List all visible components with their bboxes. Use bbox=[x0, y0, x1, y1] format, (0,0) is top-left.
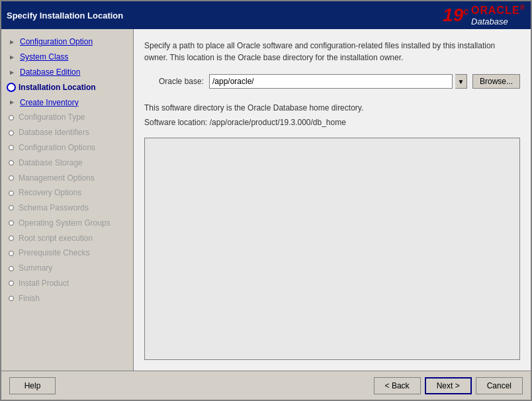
oracle-base-row: Oracle base: ▼ Browse... bbox=[144, 74, 520, 89]
step-icon-system-class: ▶ bbox=[7, 52, 17, 63]
step-icon-install-product bbox=[9, 281, 14, 286]
sidebar-item-install-product: Install Product bbox=[1, 276, 133, 291]
sidebar-item-label-configuration-type: Configuration Type bbox=[19, 112, 85, 123]
sidebar-item-create-inventory[interactable]: ▶Create Inventory bbox=[1, 95, 133, 111]
sidebar-item-configuration-option[interactable]: ▶Configuration Option bbox=[1, 34, 133, 50]
sidebar-item-recovery-options: Recovery Options bbox=[1, 185, 133, 200]
sidebar-item-label-management-options: Management Options bbox=[19, 173, 95, 184]
sidebar-item-database-identifiers: Database Identifiers bbox=[1, 125, 133, 140]
sidebar-item-label-configuration-option[interactable]: Configuration Option bbox=[20, 36, 93, 48]
sidebar-item-prerequisite-checks: Prerequisite Checks bbox=[1, 245, 133, 261]
sidebar-item-management-options: Management Options bbox=[1, 171, 133, 186]
oracle-text: ORACLE® Database bbox=[471, 4, 525, 26]
sidebar-item-label-system-class[interactable]: System Class bbox=[20, 52, 68, 63]
bottom-right-buttons: < Back Next > Cancel bbox=[374, 377, 523, 394]
step-icon-recovery-options bbox=[9, 191, 14, 196]
sidebar: ▶Configuration Option▶System Class▶Datab… bbox=[1, 29, 134, 371]
main-content: ▶Configuration Option▶System Class▶Datab… bbox=[1, 29, 531, 371]
step-icon-root-script-execution bbox=[9, 236, 14, 241]
step-icon-database-edition: ▶ bbox=[7, 67, 17, 77]
step-icon-configuration-options bbox=[9, 145, 14, 150]
sidebar-item-label-database-edition[interactable]: Database Edition bbox=[20, 67, 80, 78]
sidebar-item-system-class[interactable]: ▶System Class bbox=[1, 50, 133, 65]
sidebar-item-operating-system-groups: Operating System Groups bbox=[1, 216, 133, 231]
sidebar-item-summary: Summary bbox=[1, 261, 133, 276]
sidebar-item-database-edition[interactable]: ▶Database Edition bbox=[1, 65, 133, 80]
oracle-base-dropdown[interactable]: ▼ bbox=[455, 74, 467, 89]
oracle-logo: 19c ORACLE® Database bbox=[443, 4, 525, 26]
step-icon-finish bbox=[9, 296, 14, 301]
oracle-base-input[interactable] bbox=[209, 74, 453, 89]
title-bar: Specify Installation Location 19c ORACLE… bbox=[1, 1, 531, 29]
sidebar-item-schema-passwords: Schema Passwords bbox=[1, 200, 133, 216]
info-line1: This software directory is the Oracle Da… bbox=[144, 102, 520, 114]
oracle-product: Database bbox=[471, 17, 508, 26]
sidebar-item-label-schema-passwords: Schema Passwords bbox=[19, 202, 89, 214]
browse-button[interactable]: Browse... bbox=[472, 74, 520, 89]
sidebar-item-installation-location[interactable]: Installation Location bbox=[1, 80, 133, 95]
oracle-brand: ORACLE® bbox=[471, 4, 525, 17]
right-panel: Specify a path to place all Oracle softw… bbox=[134, 29, 531, 371]
step-icon-configuration-type bbox=[9, 115, 14, 120]
sidebar-item-label-finish: Finish bbox=[19, 293, 40, 304]
step-icon-schema-passwords bbox=[9, 205, 14, 210]
sidebar-item-label-summary: Summary bbox=[19, 263, 52, 274]
sidebar-item-label-root-script-execution: Root script execution bbox=[19, 233, 93, 244]
panel-description: Specify a path to place all Oracle softw… bbox=[144, 40, 520, 64]
step-icon-installation-location bbox=[7, 83, 16, 92]
sidebar-item-label-prerequisite-checks: Prerequisite Checks bbox=[19, 247, 89, 259]
cancel-button[interactable]: Cancel bbox=[476, 377, 523, 394]
window-title: Specify Installation Location bbox=[7, 11, 123, 21]
software-location: Software location: /app/oracle/product/1… bbox=[144, 118, 520, 127]
back-button[interactable]: < Back bbox=[374, 377, 421, 394]
step-icon-operating-system-groups bbox=[9, 220, 14, 226]
oracle-base-input-wrapper: ▼ bbox=[209, 74, 467, 89]
step-icon-prerequisite-checks bbox=[9, 251, 14, 256]
sidebar-item-label-recovery-options: Recovery Options bbox=[19, 187, 81, 199]
sidebar-item-database-storage: Database Storage bbox=[1, 156, 133, 171]
step-icon-database-identifiers bbox=[9, 130, 14, 136]
help-button[interactable]: Help bbox=[9, 377, 56, 394]
sidebar-item-label-operating-system-groups: Operating System Groups bbox=[19, 218, 111, 229]
preview-box bbox=[144, 138, 520, 360]
step-icon-create-inventory: ▶ bbox=[7, 97, 17, 108]
sidebar-item-label-database-identifiers: Database Identifiers bbox=[19, 127, 89, 138]
sidebar-item-configuration-options: Configuration Options bbox=[1, 140, 133, 156]
step-icon-summary bbox=[9, 266, 14, 271]
bottom-left-buttons: Help bbox=[9, 377, 56, 394]
sidebar-item-label-install-product: Install Product bbox=[19, 278, 69, 289]
sidebar-item-label-installation-location[interactable]: Installation Location bbox=[19, 82, 96, 93]
step-icon-database-storage bbox=[9, 160, 14, 165]
main-window: Specify Installation Location 19c ORACLE… bbox=[0, 0, 532, 401]
step-icon-configuration-option: ▶ bbox=[7, 37, 17, 48]
next-button[interactable]: Next > bbox=[425, 377, 472, 394]
bottom-bar: Help < Back Next > Cancel bbox=[1, 371, 531, 400]
sidebar-item-label-create-inventory[interactable]: Create Inventory bbox=[20, 97, 79, 109]
sidebar-item-root-script-execution: Root script execution bbox=[1, 231, 133, 246]
sidebar-item-finish: Finish bbox=[1, 291, 133, 306]
step-icon-management-options bbox=[9, 175, 14, 181]
oracle-version: 19c bbox=[443, 5, 468, 26]
sidebar-item-label-database-storage: Database Storage bbox=[19, 157, 83, 169]
sidebar-item-configuration-type: Configuration Type bbox=[1, 110, 133, 125]
oracle-base-label: Oracle base: bbox=[144, 77, 204, 86]
sidebar-item-label-configuration-options: Configuration Options bbox=[19, 142, 95, 154]
